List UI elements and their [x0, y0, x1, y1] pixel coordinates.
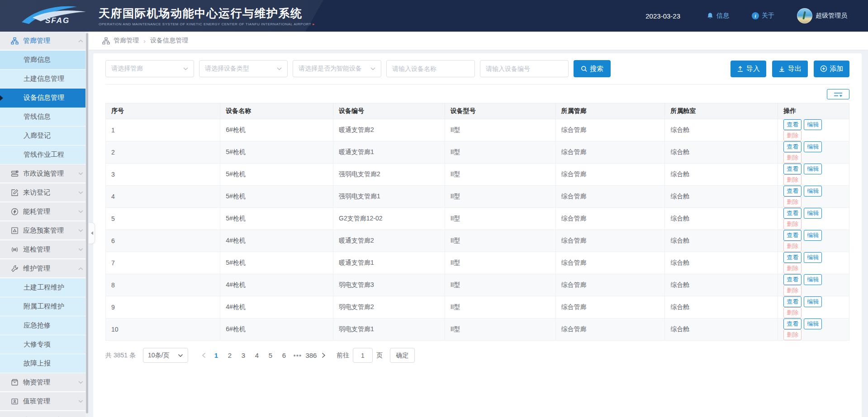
- sidebar-subitem[interactable]: 故障上报: [0, 354, 89, 373]
- cell-actions: 查看编辑删除: [778, 230, 849, 252]
- cell-actions: 查看编辑删除: [778, 186, 849, 208]
- scrollbar-thumb[interactable]: [86, 33, 88, 413]
- page-number[interactable]: 4: [250, 351, 264, 359]
- delete-button[interactable]: 删除: [783, 241, 802, 252]
- sidebar-group[interactable]: 能耗管理: [0, 202, 89, 221]
- sidebar-subitem[interactable]: 管廊信息: [0, 51, 89, 70]
- page-number[interactable]: 6: [277, 351, 291, 359]
- page-number[interactable]: 3: [237, 351, 250, 359]
- table-row: 94#枪机弱电支管廊2II型综合管廊综合舱查看编辑删除: [106, 296, 849, 319]
- sidebar-group[interactable]: 应急预案管理: [0, 221, 89, 240]
- filter-select[interactable]: 请选择设备类型: [199, 60, 288, 77]
- cell-index: 6: [106, 230, 220, 252]
- view-button[interactable]: 查看: [783, 230, 802, 241]
- view-button[interactable]: 查看: [783, 119, 802, 130]
- sidebar-group[interactable]: 值班管理: [0, 392, 89, 411]
- sidebar-group[interactable]: 管廊管理: [0, 32, 89, 51]
- page-number[interactable]: 2: [223, 351, 237, 359]
- sidebar-subitem[interactable]: 土建信息管理: [0, 70, 89, 89]
- sidebar-group[interactable]: 巡检管理: [0, 240, 89, 259]
- sidebar-group[interactable]: 市政设施管理: [0, 164, 89, 183]
- app-subtitle: OPERATION AND MAINTENANCE SYSTEM OF KINE…: [99, 22, 315, 26]
- view-button[interactable]: 查看: [783, 252, 802, 263]
- sidebar-subitem[interactable]: 管线信息: [0, 108, 89, 127]
- sidebar-group-label: 管廊管理: [23, 37, 50, 45]
- cell-cabin: 综合舱: [665, 208, 778, 230]
- page-number[interactable]: 5: [264, 351, 277, 359]
- filter-input[interactable]: [480, 60, 569, 77]
- delete-button[interactable]: 删除: [783, 219, 802, 230]
- action-buttons: 导入 导出 添加: [730, 61, 849, 77]
- sidebar-subitem[interactable]: 附属工程维护: [0, 297, 89, 316]
- total-count: 共 3851 条: [105, 351, 136, 360]
- edit-button[interactable]: 编辑: [804, 186, 822, 197]
- energy-icon: [11, 207, 19, 216]
- search-button[interactable]: 搜索: [574, 60, 611, 77]
- sidebar-subitem[interactable]: 土建工程维护: [0, 278, 89, 297]
- sidebar-subitem[interactable]: 入廊登记: [0, 127, 89, 145]
- cell-corridor: 综合管廊: [555, 274, 665, 296]
- edit-button[interactable]: 编辑: [804, 230, 822, 241]
- sidebar-subitem[interactable]: 应急抢修: [0, 316, 89, 335]
- sidebar-group[interactable]: 大中修及更新: [0, 411, 89, 417]
- sidebar-subitem[interactable]: 管线作业工程: [0, 145, 89, 164]
- view-button[interactable]: 查看: [783, 208, 802, 219]
- delete-button[interactable]: 删除: [783, 130, 802, 141]
- confirm-button[interactable]: 确定: [390, 348, 415, 363]
- column-filter-button[interactable]: [827, 89, 849, 99]
- sidebar-group-label: 来访登记: [23, 188, 50, 197]
- search-icon: [581, 66, 588, 72]
- delete-button[interactable]: 删除: [783, 285, 802, 296]
- page-number[interactable]: 1: [209, 351, 223, 359]
- breadcrumb-section[interactable]: 管廊管理: [114, 37, 139, 45]
- sidebar-collapse-handle[interactable]: [89, 222, 95, 244]
- delete-button[interactable]: 删除: [783, 263, 802, 274]
- edit-button[interactable]: 编辑: [804, 252, 822, 263]
- sidebar-subitem[interactable]: 设备信息管理: [0, 89, 89, 108]
- edit-button[interactable]: 编辑: [804, 164, 822, 174]
- edit-button[interactable]: 编辑: [804, 141, 822, 152]
- about-button[interactable]: i 关于: [752, 12, 774, 20]
- view-button[interactable]: 查看: [783, 186, 802, 197]
- view-button[interactable]: 查看: [783, 296, 802, 307]
- sidebar-subitem[interactable]: 大修专项: [0, 335, 89, 354]
- goto-page: 前往 页 确定: [337, 348, 415, 363]
- sidebar-scrollbar[interactable]: [85, 32, 89, 417]
- delete-button[interactable]: 删除: [783, 197, 802, 207]
- view-button[interactable]: 查看: [783, 319, 802, 329]
- import-button[interactable]: 导入: [730, 61, 766, 77]
- filter-input[interactable]: [386, 60, 475, 77]
- delete-button[interactable]: 删除: [783, 152, 802, 163]
- sidebar-group[interactable]: 维护管理: [0, 259, 89, 278]
- download-icon: [778, 66, 785, 72]
- view-button[interactable]: 查看: [783, 141, 802, 152]
- add-button[interactable]: 添加: [814, 61, 849, 77]
- edit-button[interactable]: 编辑: [804, 119, 822, 130]
- chevron-down-icon: [370, 67, 375, 70]
- edit-icon: [11, 188, 19, 197]
- filter-select[interactable]: 请选择管廊: [105, 60, 194, 77]
- page-number[interactable]: 386: [304, 351, 318, 359]
- logo-text: SFAG: [45, 16, 70, 25]
- view-button[interactable]: 查看: [783, 274, 802, 285]
- edit-button[interactable]: 编辑: [804, 208, 822, 219]
- delete-button[interactable]: 删除: [783, 329, 802, 340]
- goto-page-input[interactable]: [353, 348, 373, 363]
- user-menu[interactable]: 超级管理员: [797, 8, 847, 23]
- edit-button[interactable]: 编辑: [804, 274, 822, 285]
- edit-button[interactable]: 编辑: [804, 319, 822, 329]
- sidebar-group[interactable]: 物资管理: [0, 373, 89, 392]
- messages-button[interactable]: 信息: [707, 12, 729, 20]
- delete-button[interactable]: 删除: [783, 174, 802, 185]
- prev-page-button[interactable]: [198, 352, 209, 358]
- export-button[interactable]: 导出: [772, 61, 808, 77]
- next-page-button[interactable]: [318, 352, 329, 358]
- delete-button[interactable]: 删除: [783, 307, 802, 318]
- cell-model: II型: [445, 141, 555, 164]
- page-size-select[interactable]: 10条/页: [143, 348, 188, 363]
- filter-select[interactable]: 请选择是否为智能设备: [293, 60, 381, 77]
- sidebar-group[interactable]: 来访登记: [0, 183, 89, 202]
- app-title: 天府国际机场动能中心运行与维护系统: [99, 6, 315, 21]
- edit-button[interactable]: 编辑: [804, 296, 822, 307]
- view-button[interactable]: 查看: [783, 164, 802, 174]
